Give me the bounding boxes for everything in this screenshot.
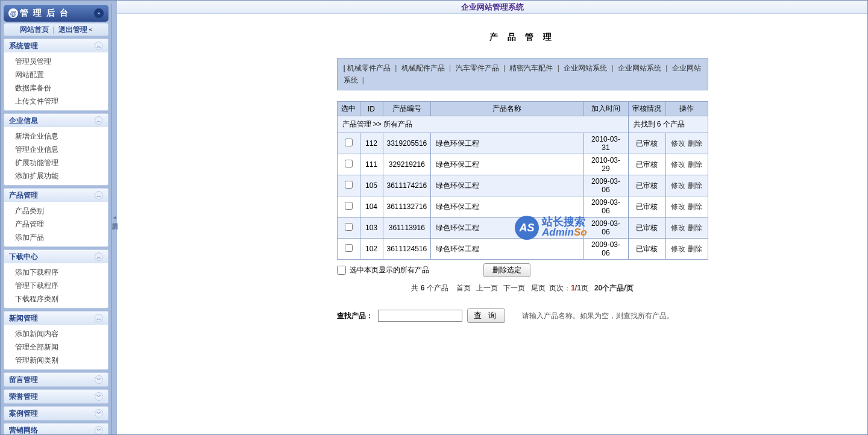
category-link[interactable]: 企业网站系统 <box>616 64 664 72</box>
page-first[interactable]: 首页 <box>456 284 471 292</box>
main-area: 企业网站管理系统 产 品 管 理 | 机械零件产品 | 机械配件产品 | 汽车零… <box>117 1 867 434</box>
divider-handle[interactable]: ◄ 屏幕切换 <box>112 1 117 434</box>
edit-link[interactable]: 修改 <box>671 181 685 190</box>
cell-status: 已审核 <box>628 196 665 218</box>
cell-status: 已审核 <box>628 239 665 260</box>
page-prev[interactable]: 上一页 <box>476 284 498 292</box>
row-checkbox[interactable] <box>345 244 353 252</box>
cell-date: 2010-03-29 <box>583 154 628 175</box>
chevron-down-icon[interactable]: ︾ <box>95 426 103 434</box>
sidebar-item[interactable]: 管理企业信息 <box>4 143 108 156</box>
category-link[interactable]: 机械零件产品 <box>347 64 392 72</box>
category-link[interactable]: 精密汽车配件 <box>508 64 555 72</box>
menu-title[interactable]: 案例管理︾ <box>4 407 108 420</box>
menu-group: 荣誉管理︾ <box>4 389 108 404</box>
brand-text: 管 理 后 台 <box>20 8 69 17</box>
column-header: 选中 <box>337 102 360 116</box>
delete-selected-button[interactable]: 删除选定 <box>483 263 530 277</box>
edit-link[interactable]: 修改 <box>671 245 685 253</box>
menu-title[interactable]: 新闻管理︽ <box>4 311 108 325</box>
delete-link[interactable]: 删除 <box>688 224 702 232</box>
menu-title[interactable]: 下载中心︽ <box>4 250 108 263</box>
chevron-up-icon[interactable]: ︽ <box>95 116 103 125</box>
menu-title[interactable]: 营销网络︾ <box>4 424 108 434</box>
sidebar-item[interactable]: 添加下载程序 <box>4 266 108 279</box>
sidebar-item[interactable]: 管理新闻类别 <box>4 354 108 367</box>
sidebar-item[interactable]: 管理全部新闻 <box>4 340 108 354</box>
sidebar-item[interactable]: 网站配置 <box>4 68 108 81</box>
edit-link[interactable]: 修改 <box>671 202 685 211</box>
at-icon: @ <box>8 8 18 18</box>
chevron-up-icon[interactable]: ︽ <box>95 191 103 199</box>
delete-link[interactable]: 删除 <box>688 139 702 148</box>
search-button[interactable]: 查 询 <box>467 308 506 323</box>
chevron-up-icon[interactable]: ︽ <box>95 252 103 261</box>
search-label: 查找产品： <box>337 311 373 321</box>
link-logout[interactable]: 退出管理 <box>58 25 87 35</box>
cell-status: 已审核 <box>628 154 665 175</box>
edit-link[interactable]: 修改 <box>671 139 685 148</box>
row-checkbox[interactable] <box>345 223 353 231</box>
cell-id: 104 <box>360 196 383 218</box>
sidebar-item[interactable]: 管理员管理 <box>4 55 108 68</box>
menu-title[interactable]: 企业信息︽ <box>4 114 108 127</box>
menu-title-text: 案例管理 <box>9 408 38 419</box>
sidebar-item[interactable]: 数据库备份 <box>4 81 108 95</box>
search-input[interactable] <box>378 310 462 322</box>
menu-title-text: 荣誉管理 <box>9 392 38 402</box>
sidebar-item[interactable]: 新增企业信息 <box>4 130 108 143</box>
row-checkbox[interactable] <box>345 181 353 189</box>
select-all-wrap[interactable]: 选中本页显示的所有产品 <box>337 265 429 275</box>
link-home[interactable]: 网站首页 <box>20 25 49 35</box>
edit-link[interactable]: 修改 <box>671 160 685 169</box>
menu-title[interactable]: 留言管理︾ <box>4 373 108 386</box>
chevron-down-icon[interactable]: ︾ <box>95 392 103 401</box>
column-header: 产品名称 <box>431 102 583 116</box>
menu-title-text: 新闻管理 <box>9 313 38 324</box>
table-row: 103361113916绿色环保工程2009-03-06已审核修改 删除 <box>337 218 708 239</box>
sidebar-item[interactable]: 添加扩展功能 <box>4 169 108 183</box>
cell-date: 2009-03-06 <box>583 218 628 239</box>
menu-title[interactable]: 产品管理︽ <box>4 189 108 202</box>
category-link[interactable]: 企业网站系统 <box>562 64 609 72</box>
table-row: 1123319205516绿色环保工程2010-03-31已审核修改 删除 <box>337 133 708 154</box>
edit-link[interactable]: 修改 <box>671 224 685 232</box>
category-bar: | 机械零件产品 | 机械配件产品 | 汽车零件产品 | 精密汽车配件 | 企业… <box>337 58 708 90</box>
menu-title-text: 留言管理 <box>9 375 38 385</box>
category-link[interactable]: 机械配件产品 <box>399 64 447 72</box>
menu-title[interactable]: 荣誉管理︾ <box>4 390 108 403</box>
chevron-up-icon[interactable]: ︽ <box>95 42 103 50</box>
select-all-checkbox[interactable] <box>337 266 346 275</box>
menu-group: 系统管理︽管理员管理网站配置数据库备份上传文件管理 <box>4 39 108 111</box>
menu-title[interactable]: 系统管理︽ <box>4 39 108 52</box>
chevron-down-icon[interactable]: ︾ <box>95 409 103 418</box>
sidebar-item[interactable]: 扩展功能管理 <box>4 156 108 169</box>
collapse-icon[interactable]: » <box>94 8 104 18</box>
chevron-down-icon[interactable]: ︾ <box>95 375 103 384</box>
sidebar-item[interactable]: 产品类别 <box>4 204 108 218</box>
delete-link[interactable]: 删除 <box>688 181 702 190</box>
sidebar-item[interactable]: 产品管理 <box>4 218 108 231</box>
chevron-up-icon[interactable]: ︽ <box>95 314 103 322</box>
sidebar-item[interactable]: 上传文件管理 <box>4 95 108 108</box>
page-last[interactable]: 尾页 <box>531 284 546 292</box>
delete-link[interactable]: 删除 <box>688 202 702 211</box>
cell-name: 绿色环保工程 <box>431 239 583 260</box>
row-checkbox[interactable] <box>345 202 353 210</box>
row-checkbox[interactable] <box>345 139 353 146</box>
row-checkbox[interactable] <box>345 160 353 167</box>
page-next[interactable]: 下一页 <box>503 284 525 292</box>
column-header: 操作 <box>665 102 708 116</box>
table-row: 111329219216绿色环保工程2010-03-29已审核修改 删除 <box>337 154 708 175</box>
menu-group: 案例管理︾ <box>4 406 108 421</box>
category-link[interactable]: 汽车零件产品 <box>453 64 501 72</box>
result-count: 共找到 6 个产品 <box>628 116 708 133</box>
sidebar-item[interactable]: 添加新闻内容 <box>4 327 108 340</box>
menu-group: 留言管理︾ <box>4 372 108 387</box>
delete-link[interactable]: 删除 <box>688 160 702 169</box>
delete-link[interactable]: 删除 <box>688 245 702 253</box>
cell-id: 102 <box>360 239 383 260</box>
sidebar-item[interactable]: 管理下载程序 <box>4 279 108 292</box>
sidebar-item[interactable]: 添加产品 <box>4 231 108 244</box>
sidebar-item[interactable]: 下载程序类别 <box>4 292 108 305</box>
